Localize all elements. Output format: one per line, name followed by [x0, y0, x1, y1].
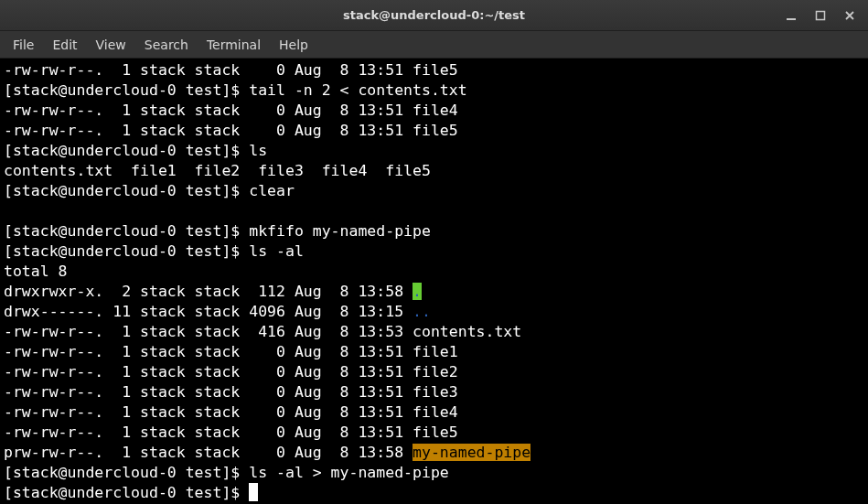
menu-edit[interactable]: Edit [43, 34, 86, 56]
output-line: total 8 [4, 263, 68, 280]
window-title: stack@undercloud-0:~/test [343, 8, 525, 22]
prompt: [stack@undercloud-0 test]$ [4, 182, 249, 199]
output-line: -rw-rw-r--. 1 stack stack 0 Aug 8 13:51 … [4, 343, 458, 360]
menu-terminal[interactable]: Terminal [198, 34, 270, 56]
menu-view[interactable]: View [87, 34, 135, 56]
output-line: -rw-rw-r--. 1 stack stack 0 Aug 8 13:51 … [4, 403, 458, 421]
command: clear [249, 182, 295, 199]
output-line: -rw-rw-r--. 1 stack stack 416 Aug 8 13:5… [4, 323, 521, 340]
prompt: [stack@undercloud-0 test]$ [4, 242, 249, 260]
menubar: File Edit View Search Terminal Help [0, 31, 868, 59]
command: ls -al > my-named-pipe [249, 464, 449, 481]
command: ls -al [249, 242, 304, 260]
output-line: -rw-rw-r--. 1 stack stack 0 Aug 8 13:51 … [4, 102, 458, 119]
maximize-button[interactable] [806, 3, 835, 28]
terminal-output[interactable]: -rw-rw-r--. 1 stack stack 0 Aug 8 13:51 … [0, 59, 868, 504]
close-button[interactable] [835, 3, 864, 28]
prompt: [stack@undercloud-0 test]$ [4, 484, 249, 501]
window-controls [777, 0, 864, 30]
output-line: -rw-rw-r--. 1 stack stack 0 Aug 8 13:51 … [4, 363, 458, 381]
cursor [249, 483, 258, 501]
maximize-icon [815, 10, 826, 21]
output-line: drwx------. 11 stack stack 4096 Aug 8 13… [4, 303, 413, 320]
close-icon [844, 10, 855, 21]
command: mkfifo my-named-pipe [249, 222, 431, 240]
svg-rect-1 [817, 11, 825, 19]
svg-rect-0 [787, 18, 796, 20]
prompt: [stack@undercloud-0 test]$ [4, 142, 249, 159]
menu-file[interactable]: File [4, 34, 43, 56]
menu-search[interactable]: Search [135, 34, 198, 56]
prompt: [stack@undercloud-0 test]$ [4, 464, 249, 481]
command: tail -n 2 < contents.txt [249, 81, 466, 99]
menu-help[interactable]: Help [270, 34, 317, 56]
titlebar: stack@undercloud-0:~/test [0, 0, 868, 31]
prompt: [stack@undercloud-0 test]$ [4, 81, 249, 99]
output-line: -rw-rw-r--. 1 stack stack 0 Aug 8 13:51 … [4, 61, 458, 79]
dir-parent: .. [413, 303, 431, 320]
output-line: drwxrwxr-x. 2 stack stack 112 Aug 8 13:5… [4, 283, 413, 300]
dir-current: . [413, 283, 422, 300]
prompt: [stack@undercloud-0 test]$ [4, 222, 249, 240]
named-pipe: my-named-pipe [413, 444, 530, 461]
output-line: -rw-rw-r--. 1 stack stack 0 Aug 8 13:51 … [4, 122, 458, 139]
minimize-icon [786, 10, 797, 21]
output-line: contents.txt file1 file2 file3 file4 fil… [4, 162, 431, 179]
minimize-button[interactable] [777, 3, 806, 28]
command: ls [249, 142, 267, 159]
output-line: -rw-rw-r--. 1 stack stack 0 Aug 8 13:51 … [4, 424, 458, 441]
output-line: -rw-rw-r--. 1 stack stack 0 Aug 8 13:51 … [4, 383, 458, 401]
output-line: prw-rw-r--. 1 stack stack 0 Aug 8 13:58 [4, 444, 413, 461]
